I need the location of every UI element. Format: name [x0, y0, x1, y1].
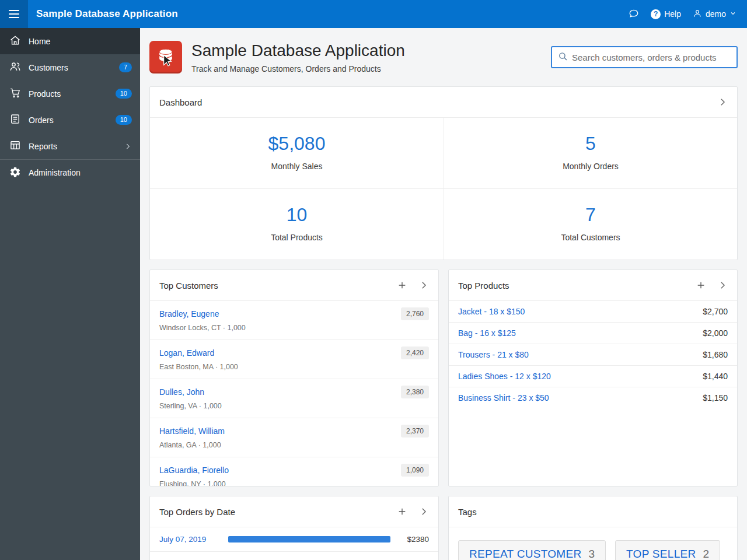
user-menu[interactable]: demo	[693, 9, 736, 20]
dashboard-expand-button[interactable]	[717, 97, 728, 107]
search-input[interactable]	[572, 52, 731, 62]
product-name-link[interactable]: Trousers - 21 x $80	[458, 350, 529, 359]
add-product-button[interactable]	[696, 281, 706, 290]
customer-list-item[interactable]: Dulles, John2,380 Sterling, VA · 1,000	[150, 379, 438, 418]
stat-value: 7	[453, 204, 728, 226]
tag-top-seller[interactable]: TOP SELLER 2	[615, 540, 720, 560]
user-label: demo	[706, 9, 726, 19]
chevron-down-icon	[729, 9, 736, 19]
stat-total-products: 10 Total Products	[150, 188, 444, 260]
order-total: $2380	[399, 535, 429, 544]
stat-label: Monthly Orders	[453, 162, 728, 171]
help-button[interactable]: ? Help	[651, 9, 681, 19]
product-name-link[interactable]: Bag - 16 x $125	[458, 328, 516, 338]
tags-card: Tags REPEAT CUSTOMER 3 TOP SELLER 2	[448, 496, 738, 560]
customer-list-item[interactable]: Bradley, Eugene2,760 Windsor Locks, CT ·…	[150, 300, 438, 340]
hamburger-icon	[9, 9, 19, 19]
stat-value: 5	[453, 133, 728, 155]
add-customer-button[interactable]	[397, 281, 407, 290]
page-header: Sample Database Application Track and Ma…	[149, 41, 738, 74]
sidebar-item-products[interactable]: Products 10	[0, 80, 140, 107]
top-orders-header: Top Orders by Date	[150, 496, 438, 527]
customer-name-link[interactable]: Hartsfield, William	[159, 426, 225, 436]
order-date-link[interactable]: July 07, 2019	[159, 535, 220, 544]
product-list-item[interactable]: Jacket - 18 x $150 $2,700	[449, 300, 737, 322]
sidebar-item-reports[interactable]: Reports	[0, 133, 140, 159]
product-total: $2,700	[703, 307, 728, 316]
tag-count: 3	[588, 548, 595, 560]
reports-icon	[9, 139, 21, 153]
top-customers-card: Top Customers Bradley, Eugene2,760 Winds…	[149, 270, 439, 487]
top-customers-header: Top Customers	[150, 270, 438, 300]
sidebar-item-label: Home	[29, 37, 50, 46]
top-customers-title: Top Customers	[159, 281, 218, 290]
sidebar-item-customers[interactable]: Customers 7	[0, 54, 140, 80]
tag-count: 2	[703, 548, 710, 560]
customer-amount-badge: 2,380	[401, 386, 429, 398]
gear-icon	[9, 166, 21, 180]
feedback-button[interactable]	[629, 8, 639, 20]
customer-name-link[interactable]: Dulles, John	[159, 387, 204, 397]
top-customers-expand-button[interactable]	[418, 280, 429, 290]
product-total: $2,000	[703, 328, 728, 338]
dashboard-card-header: Dashboard	[150, 87, 737, 117]
order-bar	[228, 536, 390, 542]
customer-detail: Sterling, VA · 1,000	[159, 402, 429, 410]
sidebar-item-label: Products	[29, 89, 61, 99]
customer-name-link[interactable]: Bradley, Eugene	[159, 309, 219, 318]
sidebar-item-orders[interactable]: Orders 10	[0, 107, 140, 133]
product-total: $1,150	[703, 393, 728, 402]
product-list-item[interactable]: Business Shirt - 23 x $50 $1,150	[449, 387, 737, 408]
sidebar-item-home[interactable]: Home	[0, 28, 140, 54]
product-name-link[interactable]: Business Shirt - 23 x $50	[458, 393, 549, 402]
customers-count-badge: 7	[119, 62, 132, 72]
customer-name-link[interactable]: Logan, Edward	[159, 348, 214, 358]
customer-detail: Windsor Locks, CT · 1,000	[159, 324, 429, 332]
home-icon	[9, 34, 21, 48]
cart-icon	[9, 87, 21, 100]
help-icon: ?	[651, 9, 661, 19]
top-orders-expand-button[interactable]	[418, 506, 429, 517]
help-label: Help	[664, 9, 681, 19]
customer-list-item[interactable]: Hartsfield, William2,370 Atlanta, GA · 1…	[150, 418, 438, 457]
order-bar-track	[228, 536, 390, 542]
product-list-item[interactable]: Trousers - 21 x $80 $1,680	[449, 344, 737, 365]
stat-total-customers: 7 Total Customers	[444, 188, 737, 260]
customer-detail: Flushing, NY · 1,000	[159, 480, 429, 487]
search-icon	[558, 51, 568, 64]
orders-count-badge: 10	[116, 115, 132, 125]
products-count-badge: 10	[116, 89, 132, 99]
customer-name-link[interactable]: LaGuardia, Fiorello	[159, 466, 229, 475]
product-total: $1,440	[703, 372, 728, 381]
top-products-expand-button[interactable]	[717, 280, 728, 290]
product-list-item[interactable]: Bag - 16 x $125 $2,000	[449, 322, 737, 344]
stat-monthly-orders: 5 Monthly Orders	[444, 118, 737, 188]
top-orders-card: Top Orders by Date July 07, 2019	[149, 496, 439, 560]
sidebar-item-administration[interactable]: Administration	[0, 159, 140, 186]
tag-repeat-customer[interactable]: REPEAT CUSTOMER 3	[458, 540, 606, 560]
customer-list-item[interactable]: LaGuardia, Fiorello1,090 Flushing, NY · …	[150, 457, 438, 487]
stat-label: Total Customers	[453, 233, 728, 242]
order-bar-row: June 30, 2019 $1890	[150, 551, 438, 560]
page-title: Sample Database Application	[191, 41, 405, 60]
app-logo-icon	[149, 41, 182, 74]
sidebar-item-label: Orders	[29, 116, 54, 125]
tags-body: REPEAT CUSTOMER 3 TOP SELLER 2	[449, 527, 737, 560]
customer-list-item[interactable]: Logan, Edward2,420 East Boston, MA · 1,0…	[150, 340, 438, 379]
main-content: Sample Database Application Track and Ma…	[140, 28, 747, 560]
header-text: Sample Database Application Track and Ma…	[191, 41, 405, 74]
menu-toggle-button[interactable]	[0, 0, 28, 28]
top-products-header: Top Products	[449, 270, 737, 300]
add-order-button[interactable]	[397, 507, 407, 516]
product-total: $1,680	[703, 350, 728, 359]
product-name-link[interactable]: Ladies Shoes - 12 x $120	[458, 372, 551, 381]
top-orders-title: Top Orders by Date	[159, 507, 235, 517]
dashboard-card: Dashboard $5,080 Monthly Sales 5 Monthly…	[149, 86, 738, 260]
order-bar-row: July 07, 2019 $2380	[150, 527, 438, 551]
product-name-link[interactable]: Jacket - 18 x $150	[458, 307, 525, 316]
chevron-right-icon	[124, 142, 132, 150]
top-products-card: Top Products Jacket - 18 x $150 $2,700	[448, 270, 738, 487]
stat-monthly-sales: $5,080 Monthly Sales	[150, 118, 444, 188]
product-list-item[interactable]: Ladies Shoes - 12 x $120 $1,440	[449, 365, 737, 387]
sidebar-item-label: Administration	[29, 168, 81, 177]
